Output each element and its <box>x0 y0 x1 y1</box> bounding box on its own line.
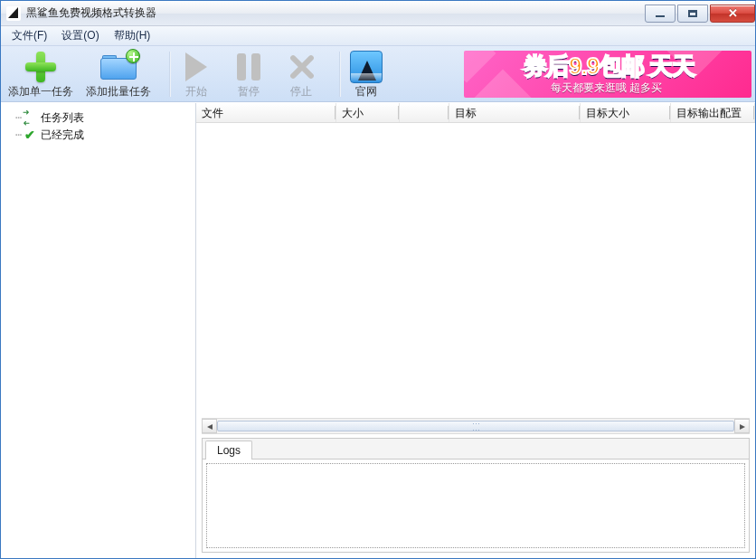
logs-panel: Logs <box>202 438 750 553</box>
website-icon <box>350 51 383 83</box>
folder-plus-icon <box>100 54 137 80</box>
app-window: 黑鲨鱼免费视频格式转换器 ✕ 文件(F) 设置(O) 帮助(H) 添加单一任务 … <box>0 0 756 559</box>
check-icon: ✔ <box>23 128 37 142</box>
ad-banner[interactable]: 券后9.9包邮 天天 每天都要来逛哦 超多买 <box>464 51 751 98</box>
sidebar-item-completed[interactable]: ⋯ ✔ 已经完成 <box>15 127 194 143</box>
col-empty[interactable] <box>400 103 449 122</box>
toolbar-divider <box>339 52 341 97</box>
col-target-size[interactable]: 目标大小 <box>581 103 671 122</box>
logs-tabstrip: Logs <box>203 439 749 459</box>
col-target[interactable]: 目标 <box>449 103 581 122</box>
add-batch-task-button[interactable]: 添加批量任务 <box>86 49 151 99</box>
app-icon <box>6 6 21 21</box>
toolbar: 添加单一任务 添加批量任务 开始 暂停 停止 官网 券后9.9包邮 天天 <box>1 46 755 102</box>
window-title: 黑鲨鱼免费视频格式转换器 <box>26 5 156 21</box>
play-icon <box>185 52 207 81</box>
website-button[interactable]: 官网 <box>346 49 386 99</box>
titlebar: 黑鲨鱼免费视频格式转换器 ✕ <box>1 1 755 26</box>
tab-logs[interactable]: Logs <box>205 441 252 460</box>
scroll-right-arrow-icon[interactable]: ▸ <box>734 419 750 433</box>
menu-help[interactable]: 帮助(H) <box>107 26 158 45</box>
window-controls: ✕ <box>643 5 755 23</box>
logs-body <box>203 459 749 552</box>
main-area: 文件 大小 目标 目标大小 目标输出配置 ◂ ▸ Logs <box>196 103 755 558</box>
plus-icon <box>25 52 56 82</box>
stop-button[interactable]: 停止 <box>281 49 321 99</box>
minimize-button[interactable] <box>645 5 676 23</box>
col-file[interactable]: 文件 <box>196 103 336 122</box>
scroll-thumb[interactable] <box>217 421 734 431</box>
menu-file[interactable]: 文件(F) <box>5 26 54 45</box>
logs-textarea[interactable] <box>206 463 745 548</box>
sidebar: ⋯ 任务列表 ⋯ ✔ 已经完成 <box>1 103 196 558</box>
pause-button[interactable]: 暂停 <box>229 49 269 99</box>
sidebar-item-label: 已经完成 <box>41 128 84 143</box>
menu-settings[interactable]: 设置(O) <box>54 26 106 45</box>
menubar: 文件(F) 设置(O) 帮助(H) <box>1 26 755 46</box>
list-header: 文件 大小 目标 目标大小 目标输出配置 <box>196 103 755 123</box>
banner-headline: 券后9.9包邮 天天 <box>524 51 695 82</box>
add-single-task-button[interactable]: 添加单一任务 <box>8 49 73 99</box>
close-button[interactable]: ✕ <box>710 5 755 23</box>
horizontal-scrollbar[interactable]: ◂ ▸ <box>202 418 750 434</box>
body: ⋯ 任务列表 ⋯ ✔ 已经完成 文件 大小 目标 目标大小 目标输出配置 ◂ <box>1 102 755 558</box>
col-output-config[interactable]: 目标输出配置 <box>671 103 755 122</box>
col-size[interactable]: 大小 <box>336 103 400 122</box>
start-button[interactable]: 开始 <box>176 49 216 99</box>
scroll-left-arrow-icon[interactable]: ◂ <box>202 419 217 433</box>
banner-subtext: 每天都要来逛哦 超多买 <box>551 81 662 96</box>
pause-icon <box>237 53 260 81</box>
swap-arrows-icon <box>23 110 37 125</box>
stop-x-icon <box>288 53 315 81</box>
toolbar-divider <box>169 52 171 97</box>
maximize-button[interactable] <box>677 5 708 23</box>
sidebar-item-label: 任务列表 <box>41 110 84 126</box>
task-list-view[interactable] <box>196 123 755 418</box>
sidebar-item-task-list[interactable]: ⋯ 任务列表 <box>15 109 194 126</box>
